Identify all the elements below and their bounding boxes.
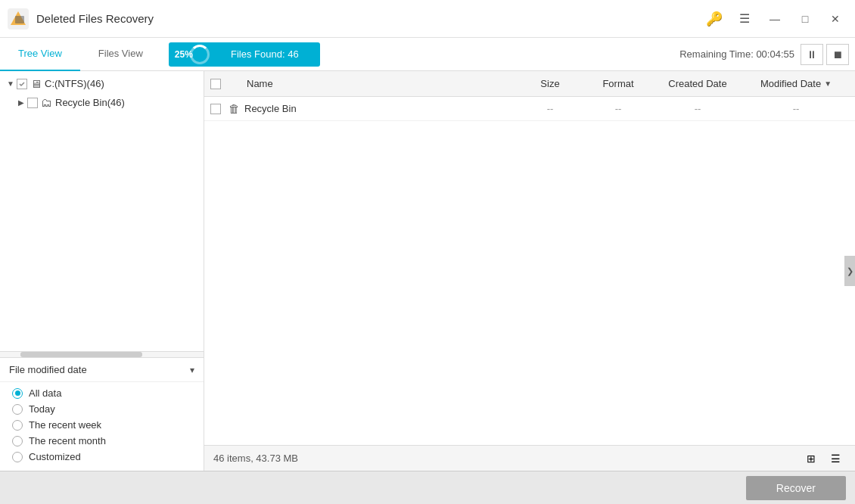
tree-node-c-drive[interactable]: ▼ 🖥 C:(NTFS)(46) [0, 74, 204, 93]
radio-today[interactable] [12, 404, 23, 415]
filter-arrow-icon: ▾ [190, 365, 194, 375]
right-panel: Name Size Format Created Date Modified D… [204, 71, 855, 471]
filter-header[interactable]: File modified date ▾ [0, 358, 204, 382]
recover-button[interactable]: Recover [746, 476, 846, 500]
filter-option-recent-month[interactable]: The recent month [12, 433, 191, 449]
list-view-btn[interactable]: ☰ [825, 450, 846, 468]
filter-label-today: Today [29, 403, 55, 415]
col-header-format[interactable]: Format [584, 78, 652, 89]
tree-checkbox-c[interactable] [17, 79, 27, 89]
radio-customized[interactable] [12, 452, 23, 462]
filter-option-recent-week[interactable]: The recent week [12, 417, 191, 433]
tree-node-recycle[interactable]: ▶ 🗂 Recycle Bin(46) [0, 93, 204, 112]
row-format: -- [584, 103, 652, 114]
statusbar: 46 items, 43.73 MB ⊞ ☰ [204, 445, 855, 471]
radio-recent-month[interactable] [12, 436, 23, 446]
radio-all-data[interactable] [12, 388, 23, 399]
progress-bar: 25% Files Found: 46 [169, 42, 320, 67]
filter-label-recent-week: The recent week [29, 419, 101, 431]
filter-label-all-data: All data [29, 387, 61, 399]
tree-label-c: C:(NTFS)(46) [45, 78, 104, 89]
grid-icon: ⊞ [807, 453, 816, 465]
stop-view-btn[interactable]: ⏹ [826, 44, 849, 65]
close-button[interactable]: ✕ [823, 7, 847, 31]
window-controls: 🔑 ☰ — □ ✕ [702, 7, 847, 31]
filter-options: All data Today The recent week The recen… [0, 382, 204, 471]
radio-recent-week[interactable] [12, 420, 23, 431]
row-checkbox-area [210, 104, 229, 114]
list-icon: ☰ [831, 453, 841, 465]
filter-header-label: File modified date [9, 364, 190, 375]
select-all-checkbox[interactable] [210, 79, 221, 89]
header-checkbox-area [210, 79, 229, 89]
row-name: Recycle Bin [244, 103, 516, 114]
filter-option-customized[interactable]: Customized [12, 449, 191, 465]
minimize-icon: — [770, 13, 780, 25]
filter-option-today[interactable]: Today [12, 401, 191, 417]
table-body: 🗑 Recycle Bin -- -- -- -- [204, 97, 855, 445]
filter-panel: File modified date ▾ All data Today The … [0, 357, 204, 471]
menu-button[interactable]: ☰ [732, 7, 757, 31]
menu-icon: ☰ [739, 11, 750, 26]
close-icon: ✕ [831, 13, 840, 25]
table-row[interactable]: 🗑 Recycle Bin -- -- -- -- [204, 97, 855, 121]
tree-checkbox-recycle[interactable] [27, 98, 38, 108]
side-expand-arrow[interactable]: ❯ [844, 256, 855, 286]
col-header-size[interactable]: Size [516, 78, 584, 89]
maximize-icon: □ [802, 13, 808, 25]
sidebar-scrollbar-thumb[interactable] [20, 352, 142, 357]
bottombar: Recover [0, 471, 855, 504]
titlebar: Deleted Files Recovery 🔑 ☰ — □ ✕ [0, 0, 855, 38]
maximize-button[interactable]: □ [793, 7, 817, 31]
row-size: -- [516, 103, 584, 114]
view-buttons: ⏸ ⏹ [801, 44, 849, 65]
statusbar-view-icons: ⊞ ☰ [801, 450, 846, 468]
row-created: -- [652, 103, 743, 114]
svg-rect-2 [15, 16, 24, 23]
table-header: Name Size Format Created Date Modified D… [204, 71, 855, 97]
app-icon [8, 8, 29, 30]
pause-view-btn[interactable]: ⏸ [801, 44, 823, 65]
sidebar-tree: ▼ 🖥 C:(NTFS)(46) ▶ 🗂 Recycle Bin(46) [0, 71, 204, 351]
col-header-modified[interactable]: Modified Date ▼ [743, 78, 849, 89]
tabbar: Tree View Files View 25% Files Found: 46… [0, 38, 855, 71]
sidebar: ▼ 🖥 C:(NTFS)(46) ▶ 🗂 Recycle Bin(46) [0, 71, 204, 471]
tab-tree-view[interactable]: Tree View [0, 38, 80, 71]
main-area: ▼ 🖥 C:(NTFS)(46) ▶ 🗂 Recycle Bin(46) [0, 71, 855, 471]
col-header-created[interactable]: Created Date [652, 78, 743, 89]
row-modified: -- [743, 103, 849, 114]
tree-toggle-recycle[interactable]: ▶ [15, 97, 27, 109]
minimize-button[interactable]: — [763, 7, 787, 31]
row-file-icon: 🗑 [229, 102, 240, 115]
tree-label-recycle: Recycle Bin(46) [55, 97, 125, 108]
drive-icon: 🖥 [30, 77, 42, 90]
key-button[interactable]: 🔑 [702, 7, 726, 31]
filter-label-recent-month: The recent month [29, 435, 106, 446]
sidebar-scrollbar-area [0, 351, 204, 357]
statusbar-info: 46 items, 43.73 MB [213, 453, 801, 464]
app-title: Deleted Files Recovery [36, 12, 702, 25]
sort-arrow-icon: ▼ [824, 79, 832, 88]
tab-files-view[interactable]: Files View [80, 38, 161, 71]
grid-view-btn[interactable]: ⊞ [801, 450, 822, 468]
progress-area: 25% Files Found: 46 [169, 42, 320, 67]
progress-percent: 25% [175, 49, 193, 60]
tree-toggle-c[interactable]: ▼ [5, 78, 17, 90]
col-header-name: Name [229, 78, 516, 89]
filter-option-all-data[interactable]: All data [12, 385, 191, 401]
filter-label-customized: Customized [29, 451, 81, 462]
remaining-time: Remaining Time: 00:04:55 [320, 48, 801, 60]
files-found-label: Files Found: 46 [210, 48, 320, 60]
pause-icon: ⏸ [807, 48, 817, 61]
arrow-right-icon: ❯ [847, 266, 853, 276]
stop-icon: ⏹ [832, 48, 843, 61]
recycle-bin-icon: 🗂 [41, 96, 52, 109]
row-checkbox[interactable] [210, 104, 221, 114]
